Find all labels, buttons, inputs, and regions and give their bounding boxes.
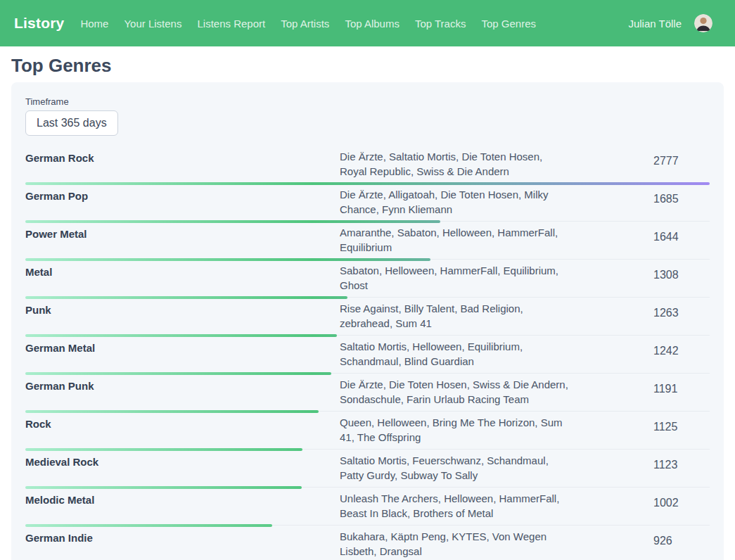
genre-name: Medieval Rock [25, 453, 340, 469]
brand-link[interactable]: Listory [14, 15, 64, 32]
genre-name: German Rock [25, 149, 340, 165]
nav-link-top-artists[interactable]: Top Artists [281, 18, 329, 30]
genre-row: Medieval Rock Saltatio Mortis, Feuerschw… [25, 450, 710, 488]
user-avatar-icon[interactable] [694, 14, 712, 32]
nav-link-home[interactable]: Home [80, 18, 108, 30]
genre-name: German Pop [25, 187, 340, 203]
genre-count: 1242 [653, 339, 710, 358]
genre-artists: Queen, Helloween, Bring Me The Horizon, … [340, 415, 572, 445]
top-genres-card: Timeframe Last 365 days German Rock Die … [11, 82, 724, 560]
genre-row: German Punk Die Ärzte, Die Toten Hosen, … [25, 374, 710, 412]
genre-artists: Unleash The Archers, Helloween, HammerFa… [340, 491, 572, 521]
genre-row: Punk Rise Against, Billy Talent, Bad Rel… [25, 298, 710, 336]
genre-name: German Punk [25, 377, 340, 393]
genre-row: Rock Queen, Helloween, Bring Me The Hori… [25, 412, 710, 450]
genre-count: 1002 [653, 491, 710, 510]
genre-count: 1308 [653, 263, 710, 282]
genre-count: 1644 [653, 225, 710, 244]
genre-count: 1123 [653, 453, 710, 472]
genre-row: German Rock Die Ärzte, Saltatio Mortis, … [25, 146, 710, 184]
genre-name: Punk [25, 301, 340, 317]
genre-artists: Die Ärzte, Alligatoah, Die Toten Hosen, … [340, 187, 572, 217]
genre-name: Power Metal [25, 225, 340, 241]
timeframe-label: Timeframe [25, 96, 710, 107]
nav-link-top-genres[interactable]: Top Genres [481, 18, 536, 30]
genre-count: 2777 [653, 149, 710, 168]
genre-row: Power Metal Amaranthe, Sabaton, Hellowee… [25, 222, 710, 260]
genre-artists: Bukahara, Käptn Peng, KYTES, Von Wegen L… [340, 529, 572, 559]
genre-artists: Sabaton, Helloween, HammerFall, Equilibr… [340, 263, 572, 293]
navbar: Listory Home Your Listens Listens Report… [0, 0, 735, 46]
genre-artists: Die Ärzte, Saltatio Mortis, Die Toten Ho… [340, 149, 572, 179]
genre-row: German Indie Bukahara, Käptn Peng, KYTES… [25, 526, 710, 560]
genre-name: Metal [25, 263, 340, 279]
genre-count: 1685 [653, 187, 710, 206]
genre-count: 1191 [653, 377, 710, 396]
avatar-photo-placeholder [694, 14, 712, 32]
page-title: Top Genres [11, 55, 724, 77]
genre-row: Melodic Metal Unleash The Archers, Hello… [25, 488, 710, 526]
genres-table: German Rock Die Ärzte, Saltatio Mortis, … [25, 146, 710, 560]
nav-link-top-albums[interactable]: Top Albums [345, 18, 400, 30]
nav-link-top-tracks[interactable]: Top Tracks [415, 18, 466, 30]
genre-name: Melodic Metal [25, 491, 340, 507]
genre-count: 926 [653, 529, 710, 548]
timeframe-field: Timeframe Last 365 days [25, 96, 710, 136]
genre-row: German Pop Die Ärzte, Alligatoah, Die To… [25, 184, 710, 222]
genre-artists: Saltatio Mortis, Feuerschwanz, Schandmau… [340, 453, 572, 483]
nav-link-your-listens[interactable]: Your Listens [124, 18, 181, 30]
nav-links: Home Your Listens Listens Report Top Art… [80, 18, 551, 30]
genre-name: Rock [25, 415, 340, 431]
genre-artists: Die Ärzte, Die Toten Hosen, Swiss & Die … [340, 377, 572, 407]
timeframe-select[interactable]: Last 365 days [25, 110, 118, 136]
nav-link-listens-report[interactable]: Listens Report [197, 18, 265, 30]
main-content: Top Genres Timeframe Last 365 days Germa… [0, 55, 735, 560]
genre-artists: Amaranthe, Sabaton, Helloween, HammerFal… [340, 225, 572, 255]
genre-artists: Saltatio Mortis, Helloween, Equilibrium,… [340, 339, 572, 369]
genre-count: 1125 [653, 415, 710, 434]
genre-artists: Rise Against, Billy Talent, Bad Religion… [340, 301, 572, 331]
genre-row: German Metal Saltatio Mortis, Helloween,… [25, 336, 710, 374]
genre-name: German Metal [25, 339, 340, 355]
genre-row: Metal Sabaton, Helloween, HammerFall, Eq… [25, 260, 710, 298]
genre-name: German Indie [25, 529, 340, 545]
genre-count: 1263 [653, 301, 710, 320]
user-name[interactable]: Julian Tölle [628, 18, 682, 30]
